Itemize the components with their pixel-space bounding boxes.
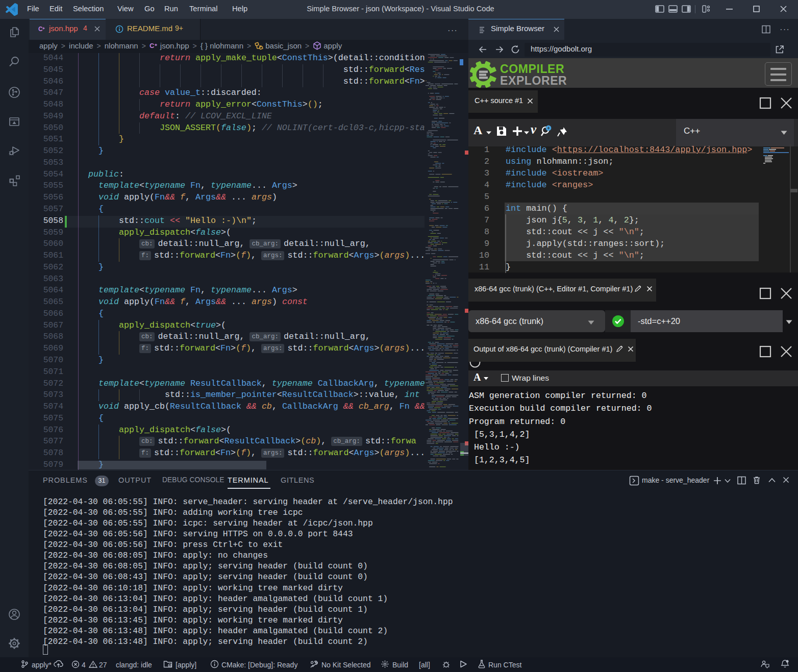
svg-text:C: C bbox=[149, 42, 155, 49]
svg-text:C: C bbox=[38, 26, 43, 33]
